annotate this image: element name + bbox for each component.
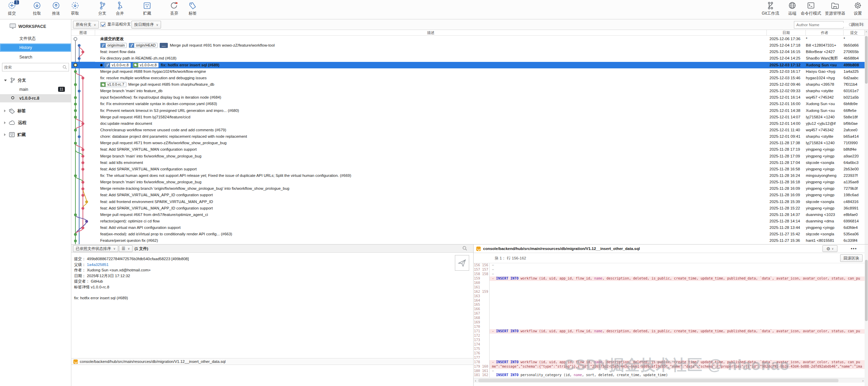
sidebar-item-search[interactable]: Search bbox=[0, 53, 71, 61]
sidebar-section-stash[interactable]: 贮藏 bbox=[0, 130, 71, 139]
scroll-left-arrow[interactable]: ‹ bbox=[475, 378, 476, 383]
show-remote-checkbox[interactable]: 显示远程分支 bbox=[101, 22, 131, 27]
column-graph[interactable]: 图谱 bbox=[71, 30, 95, 35]
diff-line[interactable]: 157157⋯ bbox=[474, 268, 865, 272]
commit-row[interactable]: Merge pull request #688 from hygao1024/f… bbox=[71, 68, 865, 75]
commit-row[interactable]: v1.0.0-rc.8v1.0.0-rc.8fix: hotfix error … bbox=[71, 62, 865, 68]
commit-row[interactable]: feat: Add SPARK_VIRTUAL_MAN_APP_ID confi… bbox=[71, 205, 865, 212]
file-sort-dropdown[interactable]: 已依照文件状态排序∨ bbox=[73, 245, 118, 252]
commit-row[interactable]: Merge pull request #667 from dm57/featur… bbox=[71, 212, 865, 218]
commit-row[interactable]: origin/mainorigin/HEAD...Merge pull requ… bbox=[71, 42, 865, 49]
commit-row[interactable]: doc:update readme document2025-12-01 14:… bbox=[71, 120, 865, 127]
diff-line[interactable]: 177 bbox=[474, 356, 865, 360]
diff-line[interactable]: 170 bbox=[474, 325, 865, 329]
diff-line[interactable]: 172 bbox=[474, 334, 865, 338]
sidebar-section-branches[interactable]: 分支 bbox=[0, 76, 71, 85]
diff-line[interactable]: 159- INSERT INTO workflow (id, uid, app_… bbox=[474, 276, 865, 281]
commit-row[interactable]: fix: Fix environment variable syntax in … bbox=[71, 101, 865, 107]
stash-button[interactable]: 贮藏 bbox=[135, 1, 159, 16]
column-date[interactable]: 日期 bbox=[767, 30, 806, 35]
commit-row[interactable]: feat: add k8s enviroment2025-11-28 17:04… bbox=[71, 160, 865, 166]
column-description[interactable]: 描述 bbox=[95, 30, 767, 35]
diff-line[interactable]: 179160me":"message","schema":{"type":"st… bbox=[474, 365, 865, 369]
commit-row[interactable]: fix: resolve multiple workflow execution… bbox=[71, 75, 865, 81]
settings-button[interactable]: 设置 bbox=[846, 1, 868, 16]
commit-row[interactable]: Merge branch 'main' into fix/workflow_sh… bbox=[71, 179, 865, 185]
branch-filter-dropdown[interactable]: 所有分支∨ bbox=[73, 21, 99, 29]
commit-row[interactable]: Merge remote-tracking branch 'origin/fix… bbox=[71, 185, 865, 192]
commit-row[interactable]: feat: Add SPARK_VIRTUAL_MAN_APP_ID confi… bbox=[71, 192, 865, 198]
fetch-button[interactable]: 获取 bbox=[63, 1, 87, 16]
commit-row[interactable]: Merge pull request #681 from lyj715824/f… bbox=[71, 114, 865, 120]
sidebar-item-history[interactable]: History bbox=[0, 44, 71, 52]
diff-line[interactable]: 171- INSERT INTO workflow (id, uid, app_… bbox=[474, 329, 865, 334]
diff-line[interactable]: 156156⋯ bbox=[474, 263, 865, 268]
merge-button[interactable]: 合并 bbox=[108, 1, 132, 16]
branch-badge[interactable]: origin/HEAD bbox=[129, 43, 158, 48]
sort-dropdown[interactable]: 按日期排序∨ bbox=[131, 21, 161, 29]
commit-row[interactable]: Chore/cleanup workflow remove unused cod… bbox=[71, 127, 865, 133]
diff-line[interactable]: 161 bbox=[474, 285, 865, 290]
sidebar-search-input[interactable] bbox=[2, 65, 63, 69]
branch-item-main[interactable]: main 11 bbox=[0, 85, 71, 94]
commit-row[interactable]: feat: Add SPARK_VIRTUAL_MAN configuratio… bbox=[71, 146, 865, 153]
tag-badge[interactable]: v1.0.0-rc.7 bbox=[100, 82, 126, 87]
diff-line[interactable]: 181162 INSERT INTO personality_category … bbox=[474, 373, 865, 377]
commit-row[interactable]: fix: Prevent network timeout in S3 presi… bbox=[71, 107, 865, 114]
diff-line[interactable]: 169 bbox=[474, 320, 865, 325]
branch-item-current[interactable]: v1.0.0-rc.8 bbox=[0, 94, 71, 102]
diff-line[interactable]: 163 bbox=[474, 294, 865, 299]
commit-row[interactable]: feat(wx-modal): add isVirtual prop to co… bbox=[71, 231, 865, 237]
scrollbar-thumb[interactable] bbox=[865, 36, 868, 84]
diff-line[interactable]: 160 bbox=[474, 281, 865, 285]
diff-line[interactable]: 167 bbox=[474, 312, 865, 316]
diff-line[interactable]: 165 bbox=[474, 303, 865, 307]
diff-line[interactable]: 176 bbox=[474, 351, 865, 356]
changed-file-row[interactable]: console/backend/hub/src/main/resources/d… bbox=[71, 358, 473, 365]
column-commit[interactable]: 提交 bbox=[844, 30, 865, 35]
scrollbar-thumb[interactable] bbox=[865, 260, 868, 321]
diff-line[interactable]: 166 bbox=[474, 307, 865, 312]
commit-row[interactable]: input fix(workflow): fix input/output di… bbox=[71, 94, 865, 101]
scroll-right-arrow[interactable]: › bbox=[862, 378, 864, 383]
commit-row[interactable]: v1.0.0-rc.7Merge pull request #685 from … bbox=[71, 81, 865, 88]
git-workflow-button[interactable]: Git工作流 bbox=[759, 1, 782, 16]
diff-line[interactable]: 164 bbox=[474, 299, 865, 303]
commit-row[interactable]: feat: Add virtual man API configuration … bbox=[71, 224, 865, 231]
terminal-button[interactable]: 命令行模式 bbox=[799, 1, 823, 16]
sidebar-section-remote[interactable]: 远程 bbox=[0, 118, 71, 127]
diff-line[interactable]: 158158⋯ bbox=[474, 272, 865, 276]
scrollbar-thumb[interactable] bbox=[478, 379, 838, 382]
scroll-up-arrow[interactable]: ^ bbox=[865, 31, 868, 34]
diff-line[interactable]: 162159 bbox=[474, 290, 865, 294]
author-filter-input[interactable] bbox=[794, 23, 849, 27]
commit-row[interactable]: 未提交的更改2025-12-06 17:36** bbox=[71, 36, 865, 42]
commit-list-scrollbar[interactable]: ^ bbox=[865, 30, 868, 244]
search-icon[interactable] bbox=[462, 246, 467, 251]
diff-options-button[interactable]: ⚙∨ bbox=[822, 245, 837, 252]
branch-badge[interactable]: origin/main bbox=[100, 43, 127, 48]
explorer-button[interactable]: 资源管理器 bbox=[823, 1, 847, 16]
commit-row[interactable]: Merge branch 'main' into fix/workflow_sh… bbox=[71, 153, 865, 160]
sidebar-section-tags[interactable]: 标签 bbox=[0, 106, 71, 115]
commit-row[interactable]: feat: add frontend environment SPARK_VIR… bbox=[71, 199, 865, 205]
commit-row[interactable]: chore: database project dml parametric r… bbox=[71, 133, 865, 140]
commit-row[interactable]: Fix directory path in README-zh.md (#618… bbox=[71, 55, 865, 62]
diff-horizontal-scrollbar[interactable]: ‹ › bbox=[474, 378, 865, 383]
commit-row[interactable]: feat: Add SPARK_VIRTUAL_MAN configuratio… bbox=[71, 166, 865, 172]
view-mode-dropdown[interactable]: ☰∨ bbox=[119, 245, 132, 252]
diff-line[interactable]: 180161⋯ bbox=[474, 369, 865, 373]
diff-line[interactable]: 173 bbox=[474, 338, 865, 342]
commit-row[interactable]: Merge branch 'main' into feature_db2025-… bbox=[71, 88, 865, 94]
column-author[interactable]: 作者 bbox=[806, 30, 844, 35]
diff-line[interactable]: 174 bbox=[474, 342, 865, 347]
sidebar-item-file-status[interactable]: 文件状态 bbox=[0, 34, 71, 43]
detail-value[interactable]: 1a4a325851 bbox=[87, 263, 109, 267]
tag-button[interactable]: 标签 bbox=[181, 1, 205, 16]
branch-badge[interactable]: v1.0.0-rc.8 bbox=[105, 63, 131, 68]
more-menu-button[interactable]: ••• bbox=[851, 246, 857, 251]
diff-line[interactable]: 168 bbox=[474, 316, 865, 320]
more-badge[interactable]: ... bbox=[160, 43, 168, 48]
share-button[interactable] bbox=[455, 255, 469, 271]
revert-hunk-button[interactable]: 回滚区块 bbox=[840, 254, 863, 262]
